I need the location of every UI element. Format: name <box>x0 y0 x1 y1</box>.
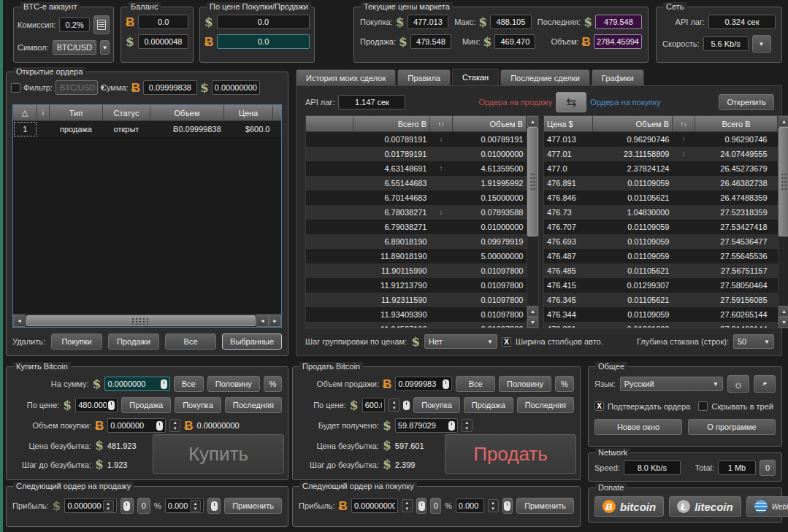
sell-receive-input[interactable] <box>398 421 447 430</box>
spinner-down-icon[interactable]: ▼ <box>191 506 200 511</box>
vscroll-thumb[interactable] <box>779 127 788 236</box>
scroll-right-icon[interactable]: ► <box>269 315 281 327</box>
vscroll-track[interactable] <box>779 236 788 306</box>
column-header[interactable]: ↑↓ <box>673 116 695 132</box>
buy-amount-input[interactable] <box>107 379 158 388</box>
vscroll-thumb[interactable] <box>527 127 538 236</box>
buy-table-vscrollbar[interactable]: ▲ ▲ ▼ <box>778 116 788 328</box>
column-header[interactable]: Статус <box>103 105 150 121</box>
table-row[interactable]: 11.923115900.01097800480.665 <box>306 293 527 307</box>
donate-bitcoin-button[interactable]: Ƀbitcoin <box>594 496 664 517</box>
column-header[interactable]: Всего Ƀ <box>695 116 778 132</box>
sell-receive-spinner[interactable]: ▲▼ <box>462 419 473 432</box>
table-row[interactable]: 4.63148691↑4.61359500479.999 <box>306 161 527 176</box>
table-row[interactable]: 476.4150.0129930727.58050464 <box>544 278 778 293</box>
about-button[interactable]: О программе <box>688 419 776 435</box>
scroll-up-icon[interactable]: ▲ <box>527 306 538 317</box>
sum-btc-input[interactable] <box>146 83 194 92</box>
next-sell-mouse-button[interactable] <box>207 498 221 514</box>
next-sell-amount-spinner[interactable]: ▲▼ <box>103 500 114 512</box>
next-buy-amount-spinner[interactable]: ▲▼ <box>402 499 413 512</box>
table-row[interactable]: 476.3210.0120100027.61466144 <box>544 322 778 328</box>
next-sell-zero-button[interactable]: 0 <box>137 498 150 514</box>
table-row[interactable]: 476.8910.0110905926.46382738 <box>544 176 778 190</box>
sell-price-buy-button[interactable]: Покупка <box>413 397 460 413</box>
spinner-down-icon[interactable]: ▼ <box>489 506 498 512</box>
column-header[interactable]: Цена $ <box>544 116 593 132</box>
table-row[interactable]: 6.790382710.01000000480.39 <box>306 220 527 234</box>
next-buy-apply-button[interactable]: Применить <box>516 498 574 514</box>
table-row[interactable]: 11.945071900.01097800480.832 <box>306 322 527 328</box>
table-row[interactable]: 11.934093900.01097800480.726 <box>306 307 527 322</box>
column-header[interactable]: △ <box>13 105 37 121</box>
spinner-down-icon[interactable]: ▼ <box>462 425 472 431</box>
column-header[interactable]: Всего Ƀ <box>353 116 430 132</box>
table-row[interactable]: 477.02.3782412426.45273679 <box>544 161 778 176</box>
table-row[interactable]: 0.00789191↓0.00789191479.548 <box>306 132 527 147</box>
table-row[interactable]: 476.3440.0110905927.60265144 <box>544 307 778 322</box>
language-select[interactable]: Русский▼ <box>620 377 723 391</box>
mouse-icon[interactable] <box>403 401 410 410</box>
unpin-button[interactable]: Открепить <box>719 94 774 110</box>
table-row[interactable]: 477.0123.11158809↓24.07449555 <box>544 147 778 161</box>
table-row[interactable]: 0.017891910.01000000479.549 <box>306 147 527 161</box>
table-row[interactable]: 11.901159900.01097800480.468 <box>306 263 527 278</box>
sum-usd-input[interactable] <box>215 83 257 92</box>
table-row[interactable]: 476.7070.0110905927.53427418 <box>544 220 778 234</box>
symbol-dropdown-button[interactable]: ▼ <box>100 40 110 55</box>
vscroll-track[interactable] <box>527 236 538 306</box>
column-header[interactable] <box>306 116 353 132</box>
next-sell-mouse-button[interactable] <box>121 498 134 514</box>
symbol-select[interactable]: BTC/USD <box>53 40 96 55</box>
scroll-down-icon[interactable]: ▼ <box>527 317 538 328</box>
column-header[interactable]: i <box>37 105 50 121</box>
tab[interactable]: Графики <box>592 69 644 85</box>
auto-width-checkbox[interactable] <box>502 337 511 347</box>
buy-all-button[interactable]: Все <box>174 376 204 392</box>
network-dropdown-button[interactable]: ▼ <box>752 35 771 53</box>
tab[interactable]: Последние сделки <box>500 69 590 85</box>
buy-submit-button[interactable]: Купить <box>153 434 284 474</box>
filter-pair-select[interactable]: BTC/USD▼ <box>56 80 98 95</box>
next-sell-amount-input[interactable] <box>67 501 101 510</box>
column-header[interactable]: ↑↓ <box>430 116 453 132</box>
tray-checkbox[interactable] <box>698 401 708 411</box>
scroll-up-icon[interactable]: ▲ <box>527 116 538 127</box>
filter-checkbox[interactable] <box>11 83 20 93</box>
scroll-up-icon[interactable]: ▲ <box>779 306 788 317</box>
donate-litecoin-button[interactable]: Łlitecoin <box>669 496 741 517</box>
next-buy-percent-spinner[interactable]: ▲▼ <box>488 499 499 512</box>
orders-log-button[interactable] <box>93 15 110 34</box>
group-step-select[interactable]: Нет▼ <box>424 334 497 349</box>
theme-button[interactable]: ☼ <box>727 375 749 393</box>
scroll-up-icon[interactable]: ▲ <box>779 116 788 127</box>
column-header[interactable]: Объем Ƀ <box>593 116 673 132</box>
delete-orders-button[interactable]: Все <box>165 334 216 350</box>
table-row[interactable]: 6.701446830.15000000480.193 <box>306 190 527 205</box>
table-row[interactable]: 1продажаоткрытɃ0.09999838$600.0$59.99902… <box>13 121 281 137</box>
hscroll-thumb[interactable] <box>26 315 256 326</box>
depth-rows-select[interactable]: 50▼ <box>733 334 774 349</box>
sell-all-button[interactable]: Все <box>456 376 495 392</box>
pin-button[interactable] <box>754 375 776 393</box>
spinner-down-icon[interactable]: ▼ <box>170 425 180 431</box>
sell-half-button[interactable]: Половину <box>499 376 551 392</box>
buy-volume-spinner[interactable]: ▲▼ <box>169 419 180 432</box>
spinner-up-icon[interactable]: ▲ <box>191 501 200 506</box>
next-buy-amount-input[interactable] <box>354 501 395 510</box>
scroll-left-icon[interactable]: ◄ <box>256 315 269 327</box>
table-row[interactable]: 6.551446831.91995992480.0 <box>306 176 527 190</box>
spinner-up-icon[interactable]: ▲ <box>489 500 498 506</box>
tab[interactable]: Стакан <box>452 69 499 85</box>
next-sell-percent-input[interactable] <box>168 501 188 510</box>
sell-percent-button[interactable]: % <box>555 376 574 392</box>
buy-half-button[interactable]: Половину <box>207 376 260 392</box>
new-window-button[interactable]: Новое окно <box>594 419 682 435</box>
spinner-down-icon[interactable]: ▼ <box>389 405 399 411</box>
next-buy-mouse-button[interactable] <box>416 498 427 514</box>
open-orders-hscrollbar[interactable]: ◄ ◄ ► <box>13 314 281 327</box>
buy-price-last-button[interactable]: Последняя <box>225 397 282 413</box>
next-sell-percent-spinner[interactable]: ▲▼ <box>190 500 201 512</box>
spinner-up-icon[interactable]: ▲ <box>170 420 180 425</box>
column-header[interactable]: Объем Ƀ <box>453 116 527 132</box>
